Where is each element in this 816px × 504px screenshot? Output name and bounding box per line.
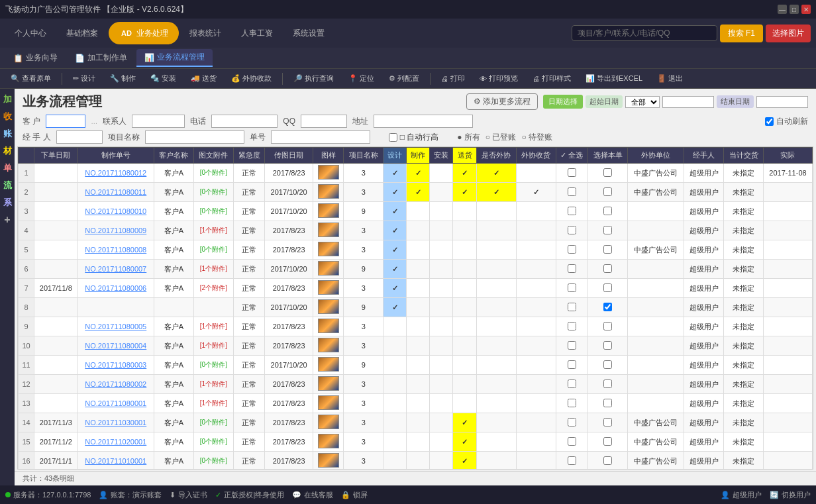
close-button[interactable]: ✕ [801,5,811,14]
cell-select-order[interactable] [588,394,628,413]
lock-screen-item[interactable]: 🔒 锁屏 [341,490,368,500]
nav-basic-records[interactable]: 基础档案 [57,24,107,43]
online-service-item[interactable]: 💬 在线客服 [292,490,333,500]
cell-select-all[interactable] [556,183,588,202]
tab-processing-order[interactable]: 📄 加工制作单 [67,50,135,66]
search-button[interactable]: 搜索 F1 [720,25,763,42]
cell-select-all[interactable] [556,221,588,240]
cell-select-all[interactable] [556,452,588,470]
col-customer[interactable]: 客户名称 [154,148,193,164]
col-project[interactable]: 项目名称 [344,148,383,164]
cell-select-order[interactable] [588,298,628,317]
col-outsource-recv[interactable]: 外协收货 [516,148,556,164]
col-deliver[interactable]: 送货 [453,148,476,164]
end-date-input[interactable]: 3000/1/1 [756,96,808,108]
customer-input[interactable]: 客户A [46,115,85,128]
btn-print-preview[interactable]: 👁 打印预览 [474,72,523,85]
contact-input[interactable] [132,115,185,128]
btn-locate[interactable]: 📍 定位 [343,72,380,85]
project-input[interactable] [145,130,244,144]
col-make[interactable]: 制作 [407,148,430,164]
col-pic-date[interactable]: 传图日期 [265,148,313,164]
minimize-button[interactable]: — [778,5,787,14]
col-select-all[interactable]: ✓ 全选 [556,148,588,164]
sidebar-account[interactable]: 账 [3,126,12,142]
nav-system-settings[interactable]: 系统设置 [283,24,334,43]
btn-print[interactable]: 🖨 打印 [436,72,470,85]
btn-exec-query[interactable]: 🔎 执行查询 [288,72,339,85]
cell-select-order[interactable] [588,260,628,279]
btn-view-original[interactable]: 🔍 查看原单 [5,72,56,85]
col-install[interactable]: 安装 [430,148,453,164]
nav-hr-payroll[interactable]: 人事工资 [232,24,282,43]
cell-select-all[interactable] [556,432,588,452]
search-input[interactable] [572,25,717,41]
cell-select-all[interactable] [556,356,588,375]
select-image-button[interactable]: 选择图片 [766,25,811,42]
sidebar-add[interactable]: 加 [3,91,12,107]
handler-input[interactable]: 〈全 部〉 [56,130,103,144]
cell-select-order[interactable] [588,452,628,470]
start-date-input[interactable]: 1900/1/1 [662,96,714,108]
address-input[interactable] [374,115,473,128]
cell-select-all[interactable] [556,240,588,260]
cell-select-order[interactable] [588,240,628,260]
cell-select-order[interactable] [588,221,628,240]
cell-select-all[interactable] [556,394,588,413]
import-cert-item[interactable]: ⬇ 导入证书 [170,490,207,500]
btn-outsource-recv[interactable]: 💰 外协收款 [226,72,277,85]
nav-reports[interactable]: 报表统计 [180,24,230,43]
col-design[interactable]: 设计 [383,148,407,164]
col-select-order[interactable]: 选择本单 [588,148,628,164]
btn-col-config[interactable]: ⚙ 列配置 [383,72,425,85]
btn-make[interactable]: 🔧 制作 [105,72,141,85]
qq-input[interactable] [301,115,347,128]
col-is-outsource[interactable]: 是否外协 [476,148,516,164]
cell-select-order[interactable] [588,432,628,452]
col-planned[interactable]: 当计交货 [724,148,764,164]
phone-input[interactable] [211,115,278,128]
switch-user-item[interactable]: 🔄 切换用户 [770,490,811,500]
btn-deliver[interactable]: 🚚 送货 [185,72,222,85]
btn-design[interactable]: ✏ 设计 [68,72,101,85]
cell-select-order[interactable] [588,164,628,183]
auto-refresh-checkbox[interactable] [765,117,774,126]
btn-print-style[interactable]: 🖨 打印样式 [527,72,576,85]
tab-workflow-management[interactable]: 📊 业务流程管理 [136,49,213,67]
data-table-wrapper[interactable]: 下单日期 制作单号 客户名称 图文附件 紧急度 传图日期 图样 项目名称 设计 … [17,146,813,470]
cell-select-order[interactable] [588,356,628,375]
tab-business-guide[interactable]: 📋 业务向导 [5,50,66,66]
nav-business-processing[interactable]: AD 业务处理 [109,22,179,44]
date-range-select[interactable]: 全部 [625,96,660,108]
col-outsource-co[interactable]: 外协单位 [628,148,684,164]
cell-select-order[interactable] [588,317,628,336]
cell-select-all[interactable] [556,164,588,183]
cell-select-all[interactable] [556,279,588,298]
nav-personal-center[interactable]: 个人中心 [5,24,56,43]
sidebar-material[interactable]: 材 [3,143,12,159]
cell-select-all[interactable] [556,260,588,279]
order-input[interactable] [271,130,370,144]
cell-select-all[interactable] [556,336,588,356]
col-date[interactable]: 下单日期 [34,148,78,164]
add-flow-button[interactable]: ⚙ 添加更多流程 [466,93,538,110]
cell-select-all[interactable] [556,202,588,221]
cell-select-all[interactable] [556,317,588,336]
cell-select-all[interactable] [556,413,588,432]
cell-select-all[interactable] [556,375,588,394]
sidebar-system[interactable]: 系 [3,195,12,211]
btn-export-excel[interactable]: 📊 导出到EXCEL [580,72,648,85]
auto-height-checkbox[interactable] [389,133,397,142]
cell-select-order[interactable] [588,413,628,432]
btn-exit[interactable]: 🚪 退出 [652,72,688,85]
cell-select-all[interactable] [556,298,588,317]
cell-select-order[interactable] [588,279,628,298]
col-attach[interactable]: 图文附件 [193,148,233,164]
col-img[interactable]: 图样 [313,148,343,164]
cell-select-order[interactable] [588,336,628,356]
sidebar-order[interactable]: 单 [3,160,12,176]
col-urgency[interactable]: 紧急度 [233,148,265,164]
sidebar-flow[interactable]: 流 [3,177,12,193]
cell-select-order[interactable] [588,183,628,202]
cell-select-order[interactable] [588,375,628,394]
